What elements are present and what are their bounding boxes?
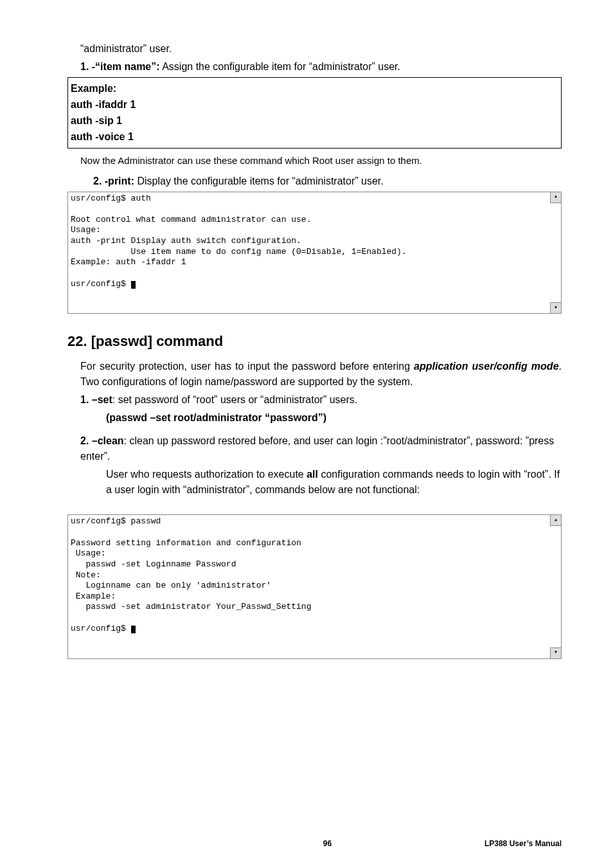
para1-b: application user/config mode bbox=[414, 361, 558, 372]
manual-title: LP388 User’s Manual bbox=[484, 839, 562, 848]
page-number: 96 bbox=[170, 839, 484, 848]
tail-para: User who requests authorization to execu… bbox=[106, 467, 562, 498]
scroll-down-icon[interactable]: ▾ bbox=[550, 647, 562, 659]
tail-b: all bbox=[306, 469, 318, 480]
clean-label: 2. –clean bbox=[80, 435, 124, 446]
example-box: Example: auth -ifaddr 1 auth -sip 1 auth… bbox=[67, 77, 562, 149]
set-line: 1. –set: set password of “root” users or… bbox=[80, 392, 562, 408]
para1-a: For security protection, user has to inp… bbox=[80, 361, 414, 372]
set-usage: (passwd –set root/administrator “passwor… bbox=[106, 410, 562, 426]
clean-text: : clean up password restored before, and… bbox=[80, 435, 554, 462]
scroll-down-icon[interactable]: ▾ bbox=[550, 302, 562, 314]
item-2-label: 2. -print: bbox=[93, 176, 134, 186]
cursor-icon bbox=[131, 281, 136, 289]
set-text: : set password of “root” users or “admin… bbox=[112, 394, 357, 405]
item-1-line: 1. -“item name”: Assign the configurable… bbox=[80, 59, 562, 75]
cursor-icon bbox=[131, 626, 136, 633]
page-footer: 96 LP388 User’s Manual bbox=[67, 839, 562, 848]
example-cmd-2: auth -sip 1 bbox=[71, 113, 558, 129]
set-usage-text: (passwd –set root/administrator “passwor… bbox=[106, 412, 326, 423]
item-1-text: Assign the configurable item for “admini… bbox=[160, 61, 400, 72]
item-1-label: 1. -“item name”: bbox=[80, 61, 160, 72]
example-cmd-3: auth -voice 1 bbox=[71, 129, 558, 145]
set-label: 1. –set bbox=[80, 394, 112, 405]
scroll-up-icon[interactable]: ▴ bbox=[550, 192, 562, 203]
scroll-up-icon[interactable]: ▴ bbox=[550, 514, 562, 526]
example-cmd-1: auth -ifaddr 1 bbox=[71, 97, 558, 113]
section-22-para1: For security protection, user has to inp… bbox=[80, 359, 562, 390]
terminal-auth: usr/config$ auth Root control what comma… bbox=[67, 192, 562, 314]
item-2-text: Display the configurable items for “admi… bbox=[134, 176, 384, 186]
admin-note: Now the Administrator can use these comm… bbox=[80, 154, 562, 168]
clean-line: 2. –clean: clean up password restored be… bbox=[80, 433, 562, 464]
admin-user-line: “administrator” user. bbox=[80, 41, 562, 57]
item-2-line: 2. -print: Display the configurable item… bbox=[93, 174, 562, 189]
terminal-passwd-text: usr/config$ passwd Password setting info… bbox=[71, 516, 311, 633]
terminal-auth-text: usr/config$ auth Root control what comma… bbox=[71, 194, 407, 289]
example-title: Example: bbox=[71, 81, 558, 96]
tail-a: User who requests authorization to execu… bbox=[106, 469, 306, 480]
terminal-passwd: usr/config$ passwd Password setting info… bbox=[67, 514, 562, 658]
section-22-heading: 22. [passwd] command bbox=[67, 333, 562, 350]
